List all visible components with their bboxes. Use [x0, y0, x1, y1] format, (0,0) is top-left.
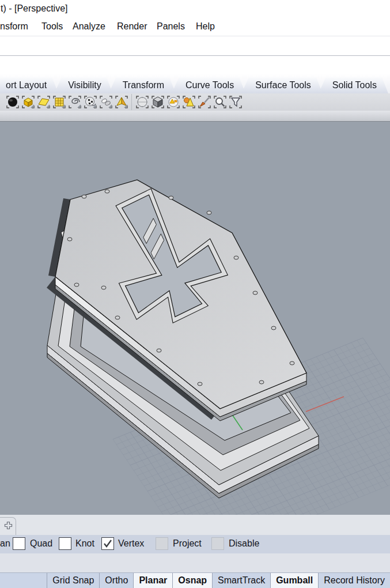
osnap-label-quad[interactable]: Quad — [30, 538, 52, 549]
osnap-label-project[interactable]: Project — [173, 538, 202, 549]
reduce-mesh-icon[interactable] — [181, 94, 196, 110]
tab-solid-tools[interactable]: Solid Tools — [319, 77, 388, 93]
toolbar-tab-bar: ort Layout Visibility Transform Curve To… — [0, 74, 390, 93]
status-pane-empty — [0, 573, 47, 588]
osnap-checkbox-project[interactable] — [156, 537, 168, 550]
osnap-bar: an Quad Knot Vertex Project Disable — [0, 535, 390, 553]
sphere-icon[interactable] — [134, 94, 150, 110]
render-mesh-sphere-icon[interactable] — [5, 94, 20, 110]
mesh-check-icon[interactable] — [165, 94, 181, 110]
status-pane-record-history[interactable]: Record History — [319, 573, 390, 588]
osnap-label-tan-clipped[interactable]: an — [0, 538, 10, 549]
viewport-tab-band — [0, 515, 390, 535]
osnap-label-disable[interactable]: Disable — [229, 538, 259, 549]
status-pane-ortho[interactable]: Ortho — [100, 573, 134, 588]
plus-icon — [4, 521, 13, 530]
status-pane-gumball[interactable]: Gumball — [271, 573, 319, 588]
mesh-open-box-icon[interactable] — [20, 94, 36, 110]
osnap-label-vertex[interactable]: Vertex — [118, 538, 144, 549]
osnap-checkbox-quad[interactable] — [13, 537, 25, 550]
cube-icon[interactable] — [150, 94, 165, 110]
check-icon — [103, 538, 113, 549]
new-viewport-tab[interactable] — [0, 517, 16, 536]
menu-item-analyze[interactable]: Analyze — [73, 21, 105, 32]
menu-item-transform[interactable]: nsform — [0, 21, 28, 32]
mesh-plane-icon[interactable] — [36, 94, 51, 110]
filter-icon[interactable] — [228, 94, 243, 110]
status-pane-smarttrack[interactable]: SmartTrack — [213, 573, 271, 588]
menu-item-tools[interactable]: Tools — [41, 21, 63, 32]
mesh-grid-box-icon[interactable] — [51, 94, 67, 110]
status-pane-planar[interactable]: Planar — [134, 573, 173, 588]
window-title: t) - [Perspective] — [1, 3, 67, 14]
lower-gap-band — [0, 553, 390, 572]
osnap-label-knot[interactable]: Knot — [75, 538, 94, 549]
tab-visibility[interactable]: Visibility — [54, 77, 113, 93]
toolbar-separator — [129, 94, 134, 110]
mesh-pyramid-icon[interactable] — [113, 94, 129, 110]
command-area — [0, 36, 390, 74]
mesh-from-points-icon[interactable] — [82, 94, 98, 110]
command-history-line[interactable] — [0, 36, 390, 56]
chain-link-icon[interactable] — [98, 94, 113, 110]
osnap-checkbox-disable[interactable] — [211, 537, 224, 550]
title-bar: t) - [Perspective] — [0, 0, 390, 18]
tab-curve-tools[interactable]: Curve Tools — [172, 77, 245, 93]
brush-icon[interactable] — [196, 94, 212, 110]
menu-item-panels[interactable]: Panels — [157, 21, 185, 32]
osnap-checkbox-vertex[interactable] — [101, 537, 114, 550]
menu-item-render[interactable]: Render — [117, 21, 147, 32]
rhino-window: t) - [Perspective] nsform Tools Analyze … — [0, 0, 390, 588]
clipped-icon[interactable] — [0, 94, 5, 110]
tab-transform[interactable]: Transform — [109, 77, 176, 93]
toolbar-lower-band — [0, 111, 390, 121]
magnifier-icon[interactable] — [212, 94, 228, 110]
mesh-toolbar — [0, 93, 390, 111]
osnap-checkbox-knot[interactable] — [59, 537, 71, 550]
tab-viewport-layout[interactable]: ort Layout — [0, 77, 58, 93]
menu-item-help[interactable]: Help — [196, 21, 215, 32]
status-bar: Grid Snap Ortho Planar Osnap SmartTrack … — [0, 572, 390, 588]
menu-bar: nsform Tools Analyze Render Panels Help — [0, 18, 390, 36]
tab-surface-tools[interactable]: Surface Tools — [241, 77, 323, 93]
command-input-line[interactable] — [0, 56, 390, 74]
status-pane-grid-snap[interactable]: Grid Snap — [47, 573, 100, 588]
spiral-curve-icon[interactable] — [67, 94, 82, 110]
status-pane-osnap[interactable]: Osnap — [173, 573, 213, 588]
perspective-viewport[interactable] — [0, 121, 390, 515]
